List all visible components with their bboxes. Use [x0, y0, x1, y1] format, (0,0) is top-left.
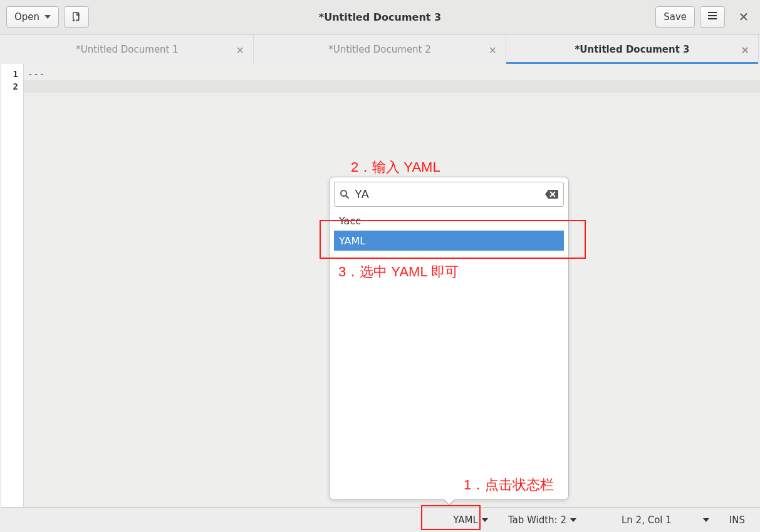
language-search-input[interactable]: [350, 188, 544, 201]
language-item-label: Yacc: [339, 215, 361, 227]
tab-strip: *Untitled Document 1 × *Untitled Documen…: [1, 34, 759, 64]
window-close-button[interactable]: ✕: [734, 7, 754, 27]
tab-label: *Untitled Document 1: [76, 44, 179, 55]
save-button-label: Save: [664, 11, 687, 23]
tab-width-selector[interactable]: Tab Width: 2: [503, 512, 581, 528]
cursor-position[interactable]: Ln 2, Col 1: [617, 512, 714, 528]
tab-label: *Untitled Document 3: [575, 44, 689, 55]
line-number: 2: [1, 80, 23, 93]
tab-close-button[interactable]: ×: [741, 43, 749, 55]
new-document-icon: [71, 11, 82, 23]
clear-search-icon[interactable]: [544, 189, 558, 200]
close-icon: ✕: [739, 9, 749, 24]
tab-doc-2[interactable]: *Untitled Document 2 ×: [254, 34, 506, 64]
editor-line-current: [24, 80, 760, 93]
chevron-down-icon: [482, 518, 488, 522]
language-list: Yacc YAML: [334, 211, 564, 251]
tab-doc-3[interactable]: *Untitled Document 3 ×: [506, 34, 759, 64]
save-button[interactable]: Save: [655, 6, 695, 28]
editor-line: ---: [24, 68, 760, 80]
tab-label: *Untitled Document 2: [328, 44, 431, 55]
language-item-yacc[interactable]: Yacc: [334, 211, 564, 231]
line-number: 1: [1, 68, 23, 80]
svg-line-8: [346, 196, 348, 198]
insert-mode-label: INS: [729, 514, 745, 526]
tab-doc-1[interactable]: *Untitled Document 1 ×: [1, 34, 254, 64]
menu-button[interactable]: [700, 6, 725, 28]
open-button[interactable]: Open: [6, 6, 59, 28]
tab-width-label: Tab Width: 2: [508, 514, 566, 526]
chevron-down-icon: [44, 15, 51, 19]
new-document-button[interactable]: [64, 6, 89, 28]
language-item-label: YAML: [339, 235, 365, 247]
status-bar: YAML Tab Width: 2 Ln 2, Col 1 INS: [1, 507, 760, 532]
window-title: *Untitled Document 3: [319, 11, 441, 23]
language-selector-label: YAML: [453, 514, 478, 526]
language-item-yaml[interactable]: YAML: [334, 231, 564, 251]
cursor-position-label: Ln 2, Col 1: [622, 514, 672, 526]
header-toolbar: Open *Untitled Document 3 Save ✕: [0, 0, 760, 34]
chevron-down-icon: [703, 518, 709, 522]
line-number-gutter: 1 2: [1, 64, 24, 507]
popover-arrow: [443, 499, 455, 506]
open-button-label: Open: [14, 11, 39, 23]
tab-close-button[interactable]: ×: [236, 43, 244, 55]
tab-close-button[interactable]: ×: [489, 43, 497, 55]
search-icon: [340, 189, 350, 199]
hamburger-icon: [707, 10, 718, 24]
chevron-down-icon: [570, 518, 576, 522]
language-popover: Yacc YAML: [329, 177, 569, 500]
language-selector[interactable]: YAML: [448, 512, 493, 528]
language-search-field[interactable]: [334, 182, 564, 207]
insert-mode[interactable]: INS: [724, 512, 750, 528]
